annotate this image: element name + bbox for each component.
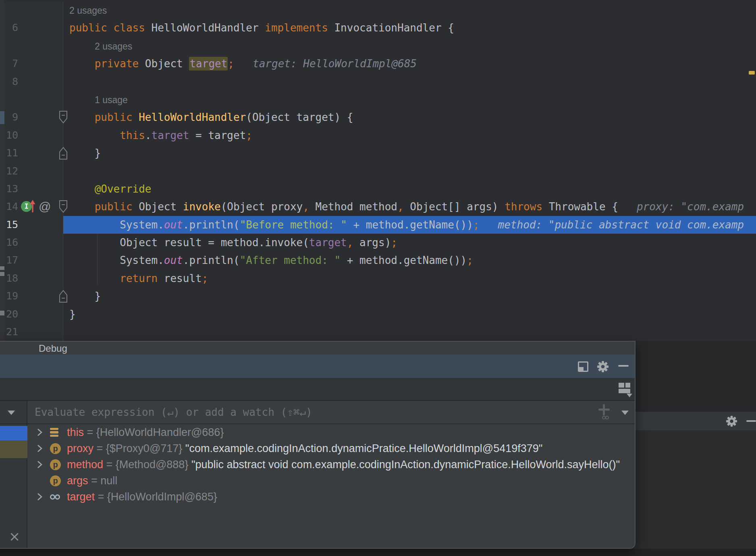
debug-toolbar [0,355,635,378]
code-line-content[interactable]: System.out.println("Before method: " + m… [63,216,756,234]
gutter[interactable]: 20 [0,305,63,323]
variable-row-target[interactable]: target = {HelloWorldImpl@685} [27,489,635,505]
code-line-content[interactable]: 1 usage [63,91,756,108]
code-line-content[interactable]: } [63,287,756,305]
chevron-right-icon[interactable] [36,460,50,469]
code-line-11[interactable]: 11 } [0,144,756,162]
code-line-content[interactable]: Object result = method.invoke(target, ar… [63,234,756,251]
gutter[interactable]: 10 [0,127,63,144]
code-line-content[interactable]: return result; [63,270,756,287]
error-stripe-warning-mark[interactable] [749,71,755,75]
chevron-right-icon[interactable] [36,444,50,453]
gutter[interactable]: 19 [0,287,63,305]
code-token: public [95,201,133,213]
gutter[interactable]: 21 [0,323,63,341]
code-line-7[interactable]: 7 private Object target;target: HelloWor… [0,55,756,73]
code-line[interactable]: 2 usages [0,37,756,55]
gutter[interactable] [0,91,63,108]
gutter[interactable]: 17 [0,251,63,269]
settings-gear-icon[interactable] [726,415,737,429]
code-line[interactable]: 2 usages [0,1,756,19]
code-line[interactable]: 1 usage [0,91,756,108]
code-line-content[interactable]: public class HelloWorldHandler implement… [63,19,756,37]
code-line-content[interactable]: System.out.println("After method: " + me… [63,251,756,269]
chevron-down-icon[interactable] [8,411,15,415]
usages-inlay-hint[interactable]: 2 usages [95,41,132,52]
equals-sign: = [84,426,96,439]
add-watch-icon[interactable] [597,404,613,422]
gutter[interactable]: 16 [0,234,63,251]
code-line-12[interactable]: 12 [0,162,756,180]
hovered-frame-stripe [0,440,27,458]
code-line-19[interactable]: 19 } [0,287,756,305]
gutter[interactable] [0,1,63,19]
gutter[interactable]: 8 [0,73,63,91]
code-editor[interactable]: 2 usages6public class HelloWorldHandler … [0,0,756,341]
code-line-8[interactable]: 8 [0,73,756,91]
code-token: System. [69,219,164,231]
code-line-content[interactable]: public HelloWorldHandler(Object target) … [63,108,756,126]
code-line-content[interactable] [63,323,756,341]
chevron-right-icon[interactable] [36,427,50,437]
gutter[interactable]: 11 [0,144,63,162]
code-line-content[interactable]: public Object invoke(Object proxy, Metho… [63,198,756,216]
chevron-down-icon[interactable] [621,411,629,415]
layout-settings-icon[interactable] [619,383,632,397]
evaluate-combo-cell[interactable] [0,401,27,423]
code-line-content[interactable]: 2 usages [63,1,756,19]
code-line-content[interactable]: private Object target;target: HelloWorld… [63,55,756,73]
usages-inlay-hint[interactable]: 1 usage [95,95,128,105]
code-line-content[interactable]: 2 usages [63,37,756,55]
gutter[interactable]: 14I@ [0,198,63,216]
gutter[interactable]: 15 [0,216,63,234]
restore-window-icon[interactable] [578,361,588,372]
code-line-16[interactable]: 16 Object result = method.invoke(target,… [0,234,756,251]
debugger-inline-value-hint[interactable]: method: "public abstract void com.examp [498,219,744,231]
variable-row-method[interactable]: pmethod = {Method@888} "public abstract … [27,456,635,473]
gutter[interactable] [0,37,63,55]
close-icon[interactable]: × [6,528,23,544]
variable-row-proxy[interactable]: pproxy = {$Proxy0@717} "com.example.codi… [27,440,635,456]
gutter[interactable]: 7 [0,55,63,73]
settings-gear-icon[interactable] [597,361,609,374]
code-line-content[interactable]: this.target = target; [63,127,756,144]
code-line-21[interactable]: 21 [0,323,756,341]
code-token: ; [467,254,473,266]
usages-inlay-hint[interactable]: 2 usages [69,5,107,16]
code-line-10[interactable]: 10 this.target = target; [0,127,756,144]
background-strip [0,549,756,556]
chevron-right-icon[interactable] [36,492,50,502]
variable-row-this[interactable]: this = {HelloWorldHandler@686} [27,424,635,440]
code-line-9[interactable]: 9 public HelloWorldHandler(Object target… [0,108,756,126]
gutter[interactable]: 18 [0,270,63,287]
variable-row-args[interactable]: pargs = null [27,473,635,489]
gutter[interactable]: 6 [0,19,63,37]
code-line-content[interactable] [63,73,756,91]
hide-panel-icon[interactable] [746,420,756,422]
minimize-icon[interactable] [618,365,629,367]
code-line-content[interactable]: @Override [63,180,756,198]
code-line-content[interactable]: } [63,305,756,323]
code-line-17[interactable]: 17 System.out.println("After method: " +… [0,251,756,269]
code-line-content[interactable] [63,162,756,180]
evaluate-expression-input[interactable]: Evaluate expression (↵) or add a watch (… [35,401,312,423]
code-line-6[interactable]: 6public class HelloWorldHandler implemen… [0,19,756,37]
debugger-inline-value-hint[interactable]: target: HelloWorldImpl@685 [253,58,417,70]
gutter[interactable]: 13 [0,180,63,198]
code-token: } [69,308,76,320]
gutter[interactable]: 12 [0,162,63,180]
debug-window-header[interactable]: Debug [0,342,635,355]
variables-tree: × this = {HelloWorldHandler@686}pproxy =… [0,424,635,548]
code-line-20[interactable]: 20} [0,305,756,323]
code-line-13[interactable]: 13 @Override [0,180,756,198]
code-line-18[interactable]: 18 return result; [0,270,756,287]
code-line-content[interactable]: } [63,144,756,162]
code-line-14[interactable]: 14I@ public Object invoke(Object proxy, … [0,198,756,216]
change-marker [0,111,4,124]
gutter[interactable]: 9 [0,108,63,126]
code-token: private [95,58,139,70]
code-line-15[interactable]: 15 System.out.println("Before method: " … [0,216,756,234]
code-token: System. [69,254,164,266]
debugger-inline-value-hint[interactable]: proxy: "com.examp [637,201,744,213]
variable-name: target [67,491,95,503]
